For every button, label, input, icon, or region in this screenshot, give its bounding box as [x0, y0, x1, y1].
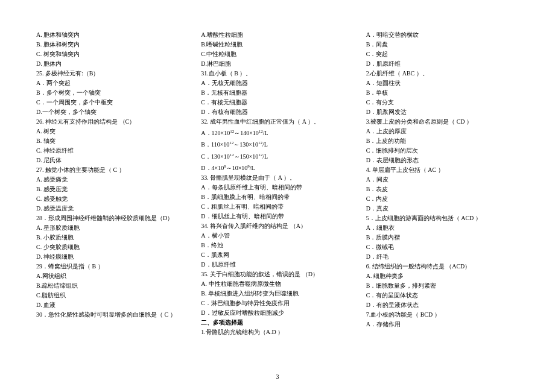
text-line: C．有分支	[366, 98, 519, 107]
text-line: 35. 关于白细胞功能的叙述，错误的是 （D）	[201, 270, 354, 279]
text-line: C．突起	[366, 49, 519, 59]
text-line: 6. 结缔组织的一般结构特点是 （ACD）	[366, 262, 519, 271]
text-line: 29．蜂窝组织是指（ B ）	[36, 262, 189, 271]
text-line: 4. 单层扁平上皮包括（ AC ）	[366, 165, 519, 175]
text-line: D.淋巴细胞	[201, 59, 354, 69]
text-line: D．有的呈液体状态	[366, 300, 519, 310]
text-line: D．真皮	[366, 204, 519, 213]
text-line: 34. 将兴奋传入肌纤维内的结构是 （A）	[201, 221, 354, 231]
text-line: D．表层细胞的形态	[366, 156, 519, 165]
text-line: B．无核有细胞器	[201, 88, 354, 98]
text-line: B. 感受压觉	[36, 185, 189, 194]
text-line: A．上皮的厚度	[366, 127, 519, 136]
text-line: B.嗜碱性粒细胞	[201, 40, 354, 49]
text-line: A. 树突	[36, 127, 189, 136]
text-line: B．终池	[201, 241, 354, 250]
text-line: C．有核无细胞器	[201, 98, 354, 107]
text-line: 5．上皮细胞的游离面的结构包括（ ACD ）	[366, 213, 519, 223]
text-line: B．肌细胞膜上有明、暗相间的带	[201, 192, 354, 202]
text-line: B．单核	[366, 88, 519, 98]
text-line: D．肌原纤维	[366, 59, 519, 69]
text-line: 31.血小板（ B ）。	[201, 69, 354, 78]
text-line: 28．形成周围神经纤维髓鞘的神经胶质细胞是（D）	[36, 213, 189, 223]
text-line: D．有核有细胞器	[201, 107, 354, 117]
text-line: A. 感受痛觉	[36, 175, 189, 185]
text-line: D. 尼氏体	[36, 156, 189, 165]
text-line: A．短圆柱状	[366, 78, 519, 88]
text-line: D. 胞体内	[36, 59, 189, 69]
text-line: B．上皮的功能	[366, 136, 519, 146]
text-line: A．横小管	[201, 231, 354, 241]
text-line: B. 小胶质细胞	[36, 233, 189, 242]
text-line: A．间皮	[366, 175, 519, 185]
text-line: A．存储作用	[366, 320, 519, 329]
text-line: B. 单核细胞进入组织转变为巨噬细胞	[201, 289, 354, 299]
text-line: A.嗜酸性粒细胞	[201, 30, 354, 40]
text-line: D.一个树突，多个轴突	[36, 107, 189, 117]
text-line: C. 感受触觉	[36, 194, 189, 204]
text-line: D．4×109～10×109/L	[201, 162, 354, 173]
text-line: 32. 成年男性血中红细胞的正常值为（ A ）。	[201, 117, 354, 127]
text-line: 3.被覆上皮的分类和命名原则是（ CD ）	[366, 117, 519, 127]
text-line: C．肌浆网	[201, 250, 354, 260]
text-line: B．110×1012～130×1012/L	[201, 138, 354, 150]
text-line: 25. 多极神经元有:（B）	[36, 69, 189, 78]
text-line: A. 星形胶质细胞	[36, 223, 189, 233]
text-line: C．一个周围突，多个中枢突	[36, 98, 189, 107]
text-line: C．淋巴细胞参与特异性免疫作用	[201, 299, 354, 308]
text-line: C．130×1012～150×1012/L	[201, 150, 354, 162]
text-line: 7.血小板的功能是（ BCD ）	[366, 310, 519, 320]
text-line: A．细胞衣	[366, 223, 519, 233]
text-line: A．120×1012～140×1012/L	[201, 127, 354, 138]
text-line: C．粗肌丝上有明、暗相间的带	[201, 202, 354, 212]
text-line: B．多个树突，一个轴突	[36, 88, 189, 98]
text-line: D. 神经膜细胞	[36, 252, 189, 262]
text-line: C. 神经原纤维	[36, 146, 189, 156]
text-line: A. 中性粒细胞吞噬病原微生物	[201, 279, 354, 289]
text-line: C．细胞排列的层次	[366, 146, 519, 156]
text-line: D．肌原纤维	[201, 260, 354, 270]
text-line: B．表皮	[366, 185, 519, 194]
text-line: B.疏松结缔组织	[36, 281, 189, 291]
text-line: C.中性粒细胞	[201, 49, 354, 59]
text-line: B. 胞体和树突内	[36, 40, 189, 49]
text-line: C．微绒毛	[366, 242, 519, 252]
text-line: D．肌浆网发达	[366, 107, 519, 117]
text-line: B. 轴突	[36, 136, 189, 146]
text-line: B．细胞数量多，排列紧密	[366, 281, 519, 291]
text-line: D. 血液	[36, 300, 189, 310]
text-line: B．质膜内褶	[366, 233, 519, 242]
text-line: 27. 触觉小体的主要功能是（ C ）	[36, 165, 189, 175]
text-line: 33. 骨骼肌呈现横纹是由于（ A ）。	[201, 173, 354, 183]
text-line: 26. 神经元有支持作用的结构是 （C）	[36, 117, 189, 127]
text-line: A．无核无细胞器	[201, 78, 354, 88]
text-line: 1.骨骼肌的光镜结构为（A.D ）	[201, 327, 354, 337]
text-line: B．闰盘	[366, 40, 519, 49]
text-line: C.脂肪组织	[36, 291, 189, 300]
text-line: A．每条肌原纤维上有明、暗相间的带	[201, 183, 354, 192]
text-line: A. 胞体和轴突内	[36, 30, 189, 40]
text-line: D．过敏反应时嗜酸粒细胞减少	[201, 308, 354, 318]
text-line: D. 感受温度觉	[36, 204, 189, 213]
text-line: A. 细胞种类多	[366, 271, 519, 281]
text-line: 30．急性化脓性感染时可明显增多的白细胞是（ C ）	[36, 310, 189, 320]
text-line: C. 树突和轴突内	[36, 49, 189, 59]
text-line: A.网状组织	[36, 271, 189, 281]
text-line: 2.心肌纤维（ ABC ）。	[366, 69, 519, 78]
text-line: A．明暗交替的横纹	[366, 30, 519, 40]
text-line: 二、多项选择题	[201, 318, 354, 327]
text-line: C．有的呈固体状态	[366, 291, 519, 300]
text-line: A．两个突起	[36, 78, 189, 88]
text-line: C．内皮	[366, 194, 519, 204]
text-line: D．细肌丝上有明、暗相间的带	[201, 212, 354, 221]
text-line: D．纤毛	[366, 252, 519, 262]
column-2: A.嗜酸性粒细胞B.嗜碱性粒细胞C.中性粒细胞D.淋巴细胞31.血小板（ B ）…	[201, 30, 354, 368]
page-number: 3	[276, 373, 279, 380]
column-3: A．明暗交替的横纹B．闰盘C．突起D．肌原纤维2.心肌纤维（ ABC ）。A．短…	[366, 30, 519, 368]
text-line: C. 少突胶质细胞	[36, 242, 189, 252]
content-columns: A. 胞体和轴突内B. 胞体和树突内C. 树突和轴突内D. 胞体内25. 多极神…	[36, 30, 519, 368]
column-1: A. 胞体和轴突内B. 胞体和树突内C. 树突和轴突内D. 胞体内25. 多极神…	[36, 30, 189, 368]
